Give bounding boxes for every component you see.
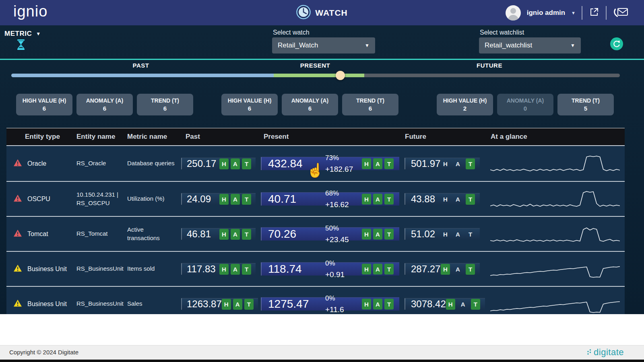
metric-dropdown[interactable]: METRIC ▼ — [4, 30, 41, 38]
expand-icon[interactable] — [588, 6, 600, 19]
slider-handle[interactable] — [336, 71, 345, 80]
user-menu-caret-icon[interactable]: ▼ — [571, 10, 576, 15]
future-cell[interactable]: 287.27 H A T — [405, 263, 480, 275]
anomaly-badge[interactable]: A — [231, 194, 240, 205]
badge-label: ANOMALY (A) — [291, 97, 329, 104]
top-header-bar: ignio WATCH ignio admin ▼ — [0, 0, 644, 25]
high-badge[interactable]: H — [441, 264, 450, 275]
table-row[interactable]: Tomcat RS_Tomcat Active transactions 46.… — [6, 216, 625, 251]
anomaly-badge[interactable]: A — [231, 264, 240, 275]
slider-past-segment[interactable] — [11, 74, 274, 77]
high-badge[interactable]: H — [219, 229, 229, 240]
warning-icon — [13, 299, 22, 309]
trend-badge[interactable]: T — [242, 158, 251, 169]
future-cell[interactable]: 501.97 H A T — [405, 158, 480, 169]
past-value: 117.83 — [187, 263, 216, 275]
trend-badge[interactable]: T — [384, 194, 394, 205]
future-cell[interactable]: 51.02 H A T — [405, 228, 480, 240]
high-badge[interactable]: H — [441, 158, 450, 169]
present-cell[interactable]: 1275.47 0% +11.6 H A T — [261, 297, 399, 311]
high-badge[interactable]: H — [219, 194, 229, 205]
badge-trend[interactable]: TREND (T) 5 — [557, 94, 614, 115]
trend-badge[interactable]: T — [466, 194, 475, 205]
at-a-glance-sparkline — [485, 182, 625, 216]
high-badge[interactable]: H — [362, 229, 371, 240]
past-cell[interactable]: 46.81 H A T — [181, 228, 256, 240]
trend-badge[interactable]: T — [384, 264, 394, 275]
trend-badge[interactable]: T — [242, 194, 251, 205]
contact-support-icon[interactable] — [613, 6, 629, 19]
table-row[interactable]: Oracle RS_Oracle Database queries 250.17… — [6, 146, 625, 181]
badge-anomaly[interactable]: ANOMALY (A) 0 — [497, 94, 553, 115]
trend-badge[interactable]: T — [466, 264, 475, 275]
high-badge[interactable]: H — [362, 194, 371, 205]
future-cell[interactable]: 3078.42 H A T — [405, 298, 485, 310]
slider-future-segment[interactable] — [364, 74, 620, 77]
anomaly-badge[interactable]: A — [373, 264, 382, 275]
badge-high-value[interactable]: HIGH VALUE (H) 6 — [16, 94, 72, 115]
anomaly-badge[interactable]: A — [458, 299, 468, 310]
high-badge[interactable]: H — [441, 229, 450, 240]
high-badge[interactable]: H — [362, 158, 371, 169]
trend-badge[interactable]: T — [244, 299, 254, 310]
present-cell[interactable]: 118.74 0% +0.91 H A T — [261, 262, 399, 276]
high-badge[interactable]: H — [222, 299, 231, 310]
badge-anomaly[interactable]: ANOMALY (A) 6 — [76, 94, 133, 115]
table-row[interactable]: OSCPU 10.150.24.231 | RS_OSCPU Utilizati… — [6, 181, 625, 216]
present-value: 1275.47 — [268, 298, 309, 311]
hourglass-icon[interactable] — [17, 39, 25, 51]
anomaly-badge[interactable]: A — [453, 264, 462, 275]
anomaly-badge[interactable]: A — [373, 229, 382, 240]
anomaly-badge[interactable]: A — [453, 229, 462, 240]
badge-high-value[interactable]: HIGH VALUE (H) 2 — [437, 94, 493, 115]
trend-badge[interactable]: T — [384, 158, 394, 169]
trend-badge[interactable]: T — [471, 299, 480, 310]
watch-select[interactable]: Retail_Watch ▼ — [272, 37, 375, 53]
high-badge[interactable]: H — [446, 299, 455, 310]
past-cell[interactable]: 24.09 H A T — [181, 193, 256, 205]
trend-badge[interactable]: T — [384, 299, 394, 310]
anomaly-badge[interactable]: A — [453, 158, 462, 169]
col-past: Past — [181, 133, 258, 141]
watchlist-select[interactable]: Retail_watchlist ▼ — [479, 37, 581, 53]
anomaly-badge[interactable]: A — [231, 158, 240, 169]
watch-select-caret-icon: ▼ — [365, 43, 369, 48]
present-cell[interactable]: 40.71 68% +16.62 H A T — [261, 192, 399, 206]
present-cell[interactable]: 432.84 ☝ 73% +182.67 H A T — [261, 157, 399, 170]
watch-select-value: Retail_Watch — [278, 41, 318, 49]
badge-trend[interactable]: TREND (T) 6 — [137, 94, 193, 115]
refresh-button[interactable] — [610, 37, 623, 50]
anomaly-badge[interactable]: A — [373, 299, 382, 310]
badge-label: TREND (T) — [151, 97, 179, 104]
past-cell[interactable]: 250.17 H A T — [181, 158, 256, 169]
present-percent: 73% — [325, 154, 353, 162]
high-badge[interactable]: H — [219, 158, 229, 169]
time-slider[interactable] — [11, 74, 620, 78]
badge-high-value[interactable]: HIGH VALUE (H) 6 — [221, 94, 278, 115]
anomaly-badge[interactable]: A — [233, 299, 242, 310]
high-badge[interactable]: H — [441, 194, 450, 205]
anomaly-badge[interactable]: A — [453, 194, 462, 205]
trend-badge[interactable]: T — [466, 229, 475, 240]
trend-badge[interactable]: T — [242, 229, 251, 240]
present-cell[interactable]: 70.26 50% +23.45 H A T — [261, 227, 399, 241]
badge-trend[interactable]: TREND (T) 6 — [342, 94, 398, 115]
future-cell[interactable]: 43.88 H A T — [405, 193, 480, 205]
anomaly-badge[interactable]: A — [231, 229, 240, 240]
badge-anomaly[interactable]: ANOMALY (A) 6 — [282, 94, 338, 115]
high-badge[interactable]: H — [219, 264, 229, 275]
table-row[interactable]: Business Unit RS_BusinessUnit Items sold… — [6, 251, 625, 286]
trend-badge[interactable]: T — [466, 158, 475, 169]
table-row[interactable]: Business Unit RS_BusinessUnit Sales 1263… — [6, 286, 625, 314]
high-badge[interactable]: H — [362, 299, 371, 310]
trend-badge[interactable]: T — [384, 229, 394, 240]
user-avatar[interactable] — [506, 5, 521, 21]
high-badge[interactable]: H — [362, 264, 371, 275]
anomaly-badge[interactable]: A — [373, 158, 382, 169]
anomaly-badge[interactable]: A — [373, 194, 382, 205]
slider-present-segment[interactable] — [274, 74, 364, 77]
col-metric-name: Metric name — [126, 133, 181, 141]
past-cell[interactable]: 117.83 H A T — [181, 263, 256, 275]
trend-badge[interactable]: T — [242, 264, 251, 275]
past-cell[interactable]: 1263.87 H A T — [181, 298, 258, 310]
